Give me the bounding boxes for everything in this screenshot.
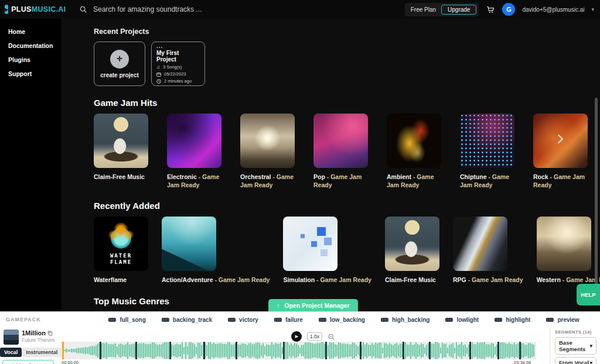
- project-song-count: 3 Song(s): [163, 64, 182, 70]
- recent-projects-row: + create project ... My First Project ♫ …: [94, 42, 600, 86]
- user-email: davido+5@plusmusic.ai: [522, 6, 584, 13]
- toggle-vocal[interactable]: Vocal: [0, 348, 22, 357]
- sidebar-item-home[interactable]: Home: [0, 25, 62, 39]
- segment-chip-backing_track[interactable]: backing_track: [162, 317, 212, 323]
- help-button[interactable]: HELP: [577, 284, 600, 305]
- card-art-electronic: [167, 114, 221, 168]
- toggle-instrumental[interactable]: Instrumental: [22, 348, 62, 357]
- card-name: RPG: [453, 276, 466, 283]
- cart-icon[interactable]: [486, 5, 495, 14]
- segment-chip-failure[interactable]: failure: [274, 317, 303, 323]
- card-title: Pop - Game Jam Ready: [313, 173, 373, 189]
- segment-chip-label: high_backing: [392, 317, 429, 323]
- cards-row-recently-added: WATER FLAMEWaterflameAction/Adventure - …: [94, 217, 600, 284]
- copy-icon[interactable]: [47, 331, 53, 336]
- card-title: Waterflame: [94, 276, 148, 284]
- card-title: Rock - Game Jam Ready: [533, 173, 593, 189]
- from-vocal-dropdown[interactable]: From Vocal ▾: [555, 357, 596, 364]
- mini-waveform-icon: [108, 318, 116, 322]
- segment-chip-high_backing[interactable]: high_backing: [381, 317, 429, 323]
- music-card-simulation[interactable]: Simulation - Game Jam Ready: [283, 217, 371, 284]
- search-input[interactable]: [93, 5, 316, 13]
- time-start: 00:00:00: [62, 360, 79, 364]
- project-date-row: 05/22/2023: [156, 71, 200, 77]
- playhead[interactable]: [62, 342, 64, 359]
- segment-chip-low_backing[interactable]: low_backing: [319, 317, 365, 323]
- section-heading-recently-added: Recently Added: [94, 201, 600, 211]
- music-card-claim-free-music[interactable]: Claim-Free Music: [385, 217, 439, 284]
- project-ago-row: 2 minutes ago: [156, 78, 200, 84]
- add-to-project-button[interactable]: Add to Project: [2, 360, 54, 364]
- music-card-rock[interactable]: Rock - Game Jam Ready: [533, 114, 593, 189]
- vertical-scrollbar[interactable]: [595, 98, 598, 301]
- card-name: Simulation: [283, 276, 315, 283]
- music-card-action-adventure[interactable]: Action/Adventure - Game Jam Ready: [162, 217, 270, 284]
- catalog-sections: Game Jam HitsClaim-Free MusicElectronic …: [94, 98, 600, 284]
- segment-chip-label: low_backing: [330, 317, 365, 323]
- zoom-out-icon[interactable]: [328, 333, 335, 341]
- segment-chip-label: lowlight: [456, 317, 479, 323]
- card-title: RPG - Game Jam Ready: [453, 276, 523, 284]
- segment-chips: full_songbacking_trackvictoryfailurelow_…: [88, 317, 600, 323]
- chevron-down-icon: ▾: [589, 360, 592, 364]
- sidebar-item-plugins[interactable]: Plugins: [0, 53, 62, 67]
- card-suffix: - Game Jam Ready: [561, 276, 600, 283]
- card-art-simulation: [283, 217, 338, 271]
- music-card-orchestral[interactable]: Orchestral - Game Jam Ready: [240, 114, 300, 189]
- logo-text: PLUSMUSIC.AI: [11, 5, 66, 13]
- cards-row-game-jam-hits: Claim-Free MusicElectronic - Game Jam Re…: [94, 114, 600, 189]
- segment-chip-lowlight[interactable]: lowlight: [445, 317, 479, 323]
- create-project-card[interactable]: + create project: [94, 42, 145, 86]
- play-button[interactable]: ▶: [291, 331, 302, 342]
- card-title: Simulation - Game Jam Ready: [283, 276, 371, 284]
- project-menu-dots-icon[interactable]: ...: [156, 44, 200, 48]
- music-card-waterflame[interactable]: WATER FLAMEWaterflame: [94, 217, 148, 284]
- card-title: Electronic - Game Jam Ready: [167, 173, 227, 189]
- project-songs-row: ♫ 3 Song(s): [156, 64, 200, 70]
- playback-speed[interactable]: 1.0x: [307, 332, 322, 341]
- music-card-pop[interactable]: Pop - Game Jam Ready: [313, 114, 373, 189]
- card-art-pop: [313, 114, 368, 168]
- sidebar-item-support[interactable]: Support: [0, 67, 62, 81]
- card-name: Chiptune: [460, 173, 487, 180]
- segment-chip-label: backing_track: [173, 317, 212, 323]
- avatar[interactable]: G: [502, 3, 515, 16]
- playback-controls: ▶ 1.0x: [291, 331, 335, 342]
- project-card[interactable]: ... My First Project ♫ 3 Song(s) 05/22/2…: [151, 42, 205, 86]
- card-name: Action/Adventure: [162, 276, 213, 283]
- card-name: Claim-Free Music: [385, 276, 436, 283]
- segment-chip-preview[interactable]: preview: [546, 317, 579, 323]
- mini-waveform-icon: [495, 318, 502, 322]
- mini-waveform-icon: [162, 318, 169, 322]
- music-card-western[interactable]: Western - Game Jam Ready: [537, 217, 600, 284]
- music-card-chiptune[interactable]: Chiptune - Game Jam Ready: [460, 114, 520, 189]
- sidebar-item-documentation[interactable]: Documentation: [0, 39, 62, 53]
- base-segments-dropdown[interactable]: Base Segments ▾: [555, 337, 596, 355]
- project-title: My First Project: [156, 50, 200, 63]
- segment-chip-full_song[interactable]: full_song: [108, 317, 145, 323]
- open-project-manager-button[interactable]: ↑Open Project Manager: [268, 299, 358, 311]
- upgrade-button[interactable]: Upgrade: [441, 5, 476, 15]
- topbar-right: Free Plan Upgrade G davido+5@plusmusic.a…: [405, 3, 600, 16]
- waveform[interactable]: [62, 342, 536, 359]
- music-card-rpg[interactable]: RPG - Game Jam Ready: [453, 217, 523, 284]
- music-card-electronic[interactable]: Electronic - Game Jam Ready: [167, 114, 227, 189]
- segment-chip-label: victory: [239, 317, 258, 323]
- clock-icon: [156, 79, 161, 84]
- music-card-claim-free-music[interactable]: Claim-Free Music: [94, 114, 154, 189]
- card-title: Chiptune - Game Jam Ready: [460, 173, 520, 189]
- user-menu-chevron-icon[interactable]: ▾: [591, 6, 594, 12]
- time-end: 03:34.98: [514, 360, 531, 364]
- player-dock: GAMEPACK full_songbacking_trackvictoryfa…: [0, 311, 600, 364]
- app-window: ▶ PLUSMUSIC.AI Free Plan Upgrade G david…: [0, 0, 600, 364]
- segment-chip-highlight[interactable]: highlight: [495, 317, 530, 323]
- mini-waveform-icon: [319, 318, 326, 322]
- card-suffix: - Game Jam Ready: [213, 276, 270, 283]
- card-title: Action/Adventure - Game Jam Ready: [162, 276, 270, 284]
- logo[interactable]: ▶ PLUSMUSIC.AI: [0, 5, 62, 14]
- chevron-down-icon: ▾: [589, 343, 592, 349]
- segment-chip-label: full_song: [120, 317, 145, 323]
- card-art-text: WATER FLAME: [94, 253, 148, 266]
- segment-chip-victory[interactable]: victory: [228, 317, 258, 323]
- music-card-ambient[interactable]: Ambient - Game Jam Ready: [387, 114, 446, 189]
